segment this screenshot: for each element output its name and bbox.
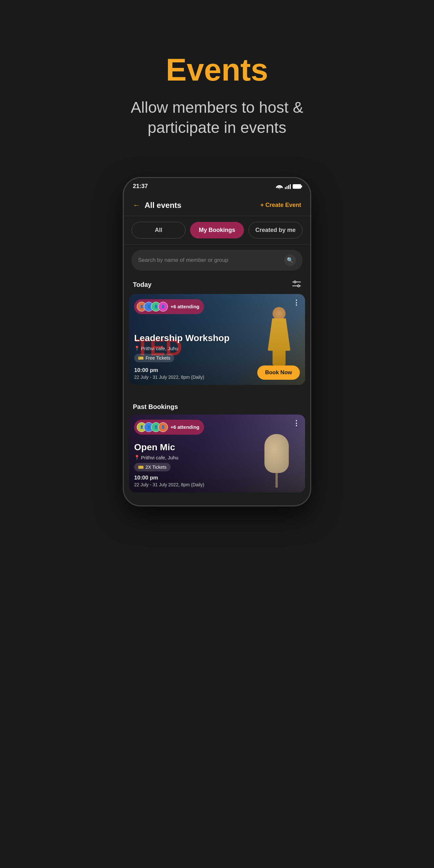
create-event-button[interactable]: + Create Event	[260, 202, 301, 209]
past-event-location-text: Prithvi cafe, Juhu	[141, 455, 178, 460]
past-event-time-info: 10:00 pm 22 July - 31 July 2022, 8pm (Da…	[134, 475, 300, 487]
past-event-time: 10:00 pm	[134, 475, 300, 481]
past-bookings-header: Past Bookings	[124, 398, 310, 414]
avatar-group: 👤 👤 👤 👤	[137, 302, 168, 312]
past-attending-badge: 👤 👤 👤 👤 +6 attending	[134, 420, 204, 435]
hero-subtitle: Allow members to host & participate in e…	[103, 97, 331, 138]
past-event-title: Open Mic	[134, 442, 300, 453]
phone-mockup: 21:37 ← All events	[123, 177, 311, 506]
svg-rect-2	[286, 186, 287, 189]
status-bar: 21:37	[124, 178, 310, 195]
event-location: 📍 Prithvi cafe, Juhu	[134, 346, 300, 351]
past-event-date: 22 July - 31 July 2022, 8pm (Daily)	[134, 482, 300, 487]
status-icons	[276, 184, 301, 189]
svg-point-8	[298, 285, 300, 287]
svg-rect-4	[290, 184, 291, 189]
wifi-icon	[276, 184, 283, 189]
book-now-row: 10:00 pm 22 July - 31 July 2022, 8pm (Da…	[134, 366, 300, 380]
attending-count: +6 attending	[170, 304, 199, 309]
filter-icon[interactable]	[292, 280, 301, 289]
past-event-menu-icon[interactable]: ⋮	[293, 419, 300, 428]
pin-icon: 📍	[134, 346, 140, 351]
events-container: TED 👤 👤 👤 👤 +6 attending	[124, 294, 310, 398]
event-title: Leadership Workshop	[134, 333, 300, 344]
ticket-icon: 🎫	[138, 355, 144, 361]
event-info: Leadership Workshop 📍 Prithvi cafe, Juhu…	[129, 328, 305, 385]
ticket-badge: 🎫 Free Tickets	[134, 354, 174, 362]
svg-rect-1	[285, 187, 286, 189]
filter-row: Today	[124, 276, 310, 294]
event-menu-icon[interactable]: ⋮	[293, 299, 300, 307]
app-header-left: ← All events	[133, 201, 181, 210]
battery-icon	[293, 184, 301, 189]
back-arrow-icon[interactable]: ←	[133, 201, 140, 210]
svg-point-6	[294, 281, 296, 283]
today-label: Today	[133, 281, 151, 288]
tab-created-by-me[interactable]: Created by me	[249, 222, 303, 239]
search-container: Search by name of member or group 🔍	[124, 245, 310, 276]
past-ticket-type: 2X Tickets	[146, 465, 167, 470]
past-ticket-badge: 🎫 2X Tickets	[134, 463, 170, 471]
past-bookings-title: Past Bookings	[133, 403, 301, 411]
app-header-title: All events	[145, 201, 181, 210]
search-bar[interactable]: Search by name of member or group 🔍	[131, 250, 303, 271]
hero-title: Events	[166, 52, 268, 88]
past-pin-icon: 📍	[134, 455, 140, 460]
status-time: 21:37	[133, 183, 148, 190]
event-date: 22 July - 31 July 2022, 8pm (Daily)	[134, 375, 204, 380]
svg-rect-3	[288, 185, 289, 189]
tab-bar: All My Bookings Created by me	[124, 216, 310, 245]
search-placeholder: Search by name of member or group	[138, 257, 280, 264]
tab-all[interactable]: All	[131, 222, 185, 239]
past-avatar-group: 👤 👤 👤 👤	[137, 422, 168, 432]
signal-icon	[285, 184, 291, 189]
event-card-leadership: TED 👤 👤 👤 👤 +6 attending	[129, 294, 305, 385]
event-time: 10:00 pm	[134, 367, 204, 374]
past-attending-count: +6 attending	[170, 424, 199, 430]
svg-point-0	[279, 188, 280, 189]
avatar-4: 👤	[158, 302, 168, 312]
book-now-button[interactable]: Book Now	[257, 366, 300, 380]
event-location-text: Prithvi cafe, Juhu	[141, 346, 178, 351]
past-event-location: 📍 Prithvi cafe, Juhu	[134, 455, 300, 460]
phone-frame: 21:37 ← All events	[123, 177, 311, 506]
ticket-type: Free Tickets	[146, 355, 170, 361]
past-avatar-4: 👤	[158, 422, 168, 432]
search-icon: 🔍	[284, 254, 296, 266]
hero-section: Events Allow members to host & participa…	[0, 0, 434, 164]
app-header: ← All events + Create Event	[124, 195, 310, 216]
past-event-info: Open Mic 📍 Prithvi cafe, Juhu 🎫 2X Ticke…	[129, 437, 305, 493]
tab-my-bookings[interactable]: My Bookings	[190, 222, 244, 239]
past-event-card-open-mic: 👤 👤 👤 👤 +6 attending ⋮ Open Mic 📍 Prithv…	[129, 414, 305, 493]
past-events-container: 👤 👤 👤 👤 +6 attending ⋮ Open Mic 📍 Prithv…	[124, 414, 310, 505]
event-time-info: 10:00 pm 22 July - 31 July 2022, 8pm (Da…	[134, 367, 204, 380]
attending-badge: 👤 👤 👤 👤 +6 attending	[134, 299, 204, 314]
past-ticket-icon: 🎫	[138, 465, 144, 470]
